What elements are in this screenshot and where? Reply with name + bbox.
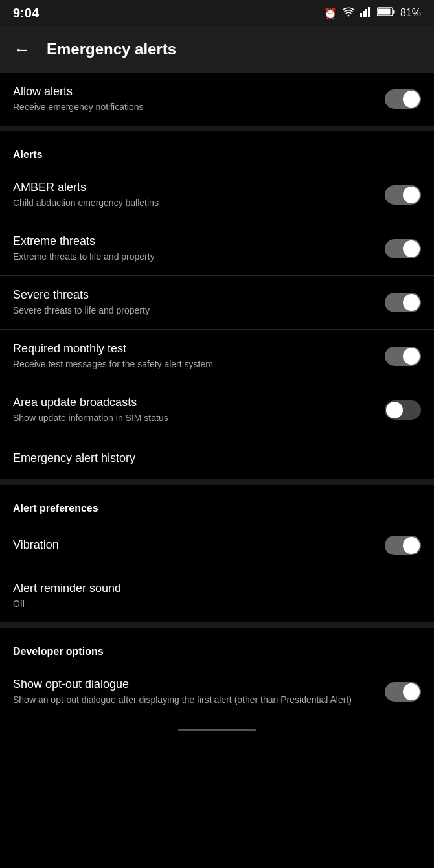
emergency-alert-history-title: Emergency alert history (13, 451, 135, 465)
required-monthly-test-title: Required monthly test (13, 341, 372, 356)
required-monthly-test-row[interactable]: Required monthly test Receive test messa… (0, 330, 434, 383)
status-time: 9:04 (13, 6, 39, 21)
extreme-threats-toggle[interactable] (385, 239, 421, 258)
area-update-broadcasts-title: Area update broadcasts (13, 395, 372, 410)
show-opt-out-dialogue-title: Show opt-out dialogue (13, 677, 372, 692)
area-update-broadcasts-subtitle: Show update information in SIM status (13, 412, 372, 425)
severe-threats-subtitle: Severe threats to life and property (13, 304, 372, 317)
show-opt-out-dialogue-text: Show opt-out dialogue Show an opt-out di… (13, 677, 385, 707)
nav-indicator (0, 718, 434, 737)
severe-threats-row[interactable]: Severe threats Severe threats to life an… (0, 276, 434, 329)
severe-threats-text: Severe threats Severe threats to life an… (13, 288, 385, 317)
signal-icon (360, 6, 372, 19)
amber-alerts-toggle[interactable] (385, 185, 421, 205)
svg-rect-6 (393, 10, 394, 14)
settings-content: Allow alerts Receive emergency notificat… (0, 73, 434, 737)
status-icons: ⏰ 81% (324, 6, 421, 19)
extreme-threats-toggle-thumb (403, 240, 420, 257)
svg-rect-7 (378, 9, 390, 15)
home-indicator (178, 729, 256, 731)
back-button[interactable]: ← (10, 38, 34, 61)
section-divider-2 (0, 479, 434, 485)
alert-preferences-section-header: Alert preferences (0, 485, 434, 522)
allow-alerts-text: Allow alerts Receive emergency notificat… (13, 84, 385, 114)
alerts-section-header: Alerts (0, 131, 434, 168)
battery-icon (377, 6, 395, 19)
alert-reminder-sound-subtitle: Off (13, 598, 408, 611)
svg-rect-2 (363, 11, 365, 17)
area-update-broadcasts-toggle-thumb (386, 402, 403, 418)
extreme-threats-text: Extreme threats Extreme threats to life … (13, 234, 385, 264)
vibration-toggle-thumb (403, 537, 420, 554)
app-bar: ← Emergency alerts (0, 26, 434, 73)
show-opt-out-dialogue-toggle[interactable] (385, 682, 421, 702)
wifi-icon (342, 6, 355, 19)
required-monthly-test-text: Required monthly test Receive test messa… (13, 341, 385, 371)
severe-threats-title: Severe threats (13, 288, 372, 303)
amber-alerts-title: AMBER alerts (13, 180, 372, 195)
battery-percentage: 81% (400, 7, 421, 19)
required-monthly-test-toggle[interactable] (385, 347, 421, 366)
amber-alerts-subtitle: Child abduction emergency bulletins (13, 197, 372, 210)
required-monthly-test-subtitle: Receive test messages for the safety ale… (13, 358, 372, 371)
allow-alerts-subtitle: Receive emergency notifications (13, 101, 372, 114)
svg-rect-3 (365, 9, 367, 17)
vibration-title: Vibration (13, 538, 372, 553)
show-opt-out-dialogue-row[interactable]: Show opt-out dialogue Show an opt-out di… (0, 665, 434, 718)
alarm-icon: ⏰ (324, 7, 337, 19)
svg-point-0 (347, 15, 349, 17)
vibration-toggle[interactable] (385, 536, 421, 555)
section-divider-3 (0, 622, 434, 628)
developer-options-section-header: Developer options (0, 628, 434, 665)
allow-alerts-row[interactable]: Allow alerts Receive emergency notificat… (0, 73, 434, 126)
section-divider-1 (0, 126, 434, 131)
area-update-broadcasts-row[interactable]: Area update broadcasts Show update infor… (0, 383, 434, 437)
severe-threats-toggle[interactable] (385, 293, 421, 312)
vibration-row[interactable]: Vibration (0, 522, 434, 569)
allow-alerts-toggle-thumb (403, 91, 420, 108)
alert-reminder-sound-title: Alert reminder sound (13, 581, 408, 596)
status-bar: 9:04 ⏰ (0, 0, 434, 26)
allow-alerts-title: Allow alerts (13, 84, 372, 99)
extreme-threats-subtitle: Extreme threats to life and property (13, 251, 372, 264)
allow-alerts-toggle[interactable] (385, 89, 421, 109)
amber-alerts-row[interactable]: AMBER alerts Child abduction emergency b… (0, 168, 434, 222)
emergency-alert-history-row[interactable]: Emergency alert history (0, 437, 434, 479)
area-update-broadcasts-text: Area update broadcasts Show update infor… (13, 395, 385, 425)
alert-reminder-sound-row[interactable]: Alert reminder sound Off (0, 569, 434, 622)
svg-rect-4 (368, 7, 370, 17)
show-opt-out-dialogue-subtitle: Show an opt-out dialogue after displayin… (13, 694, 372, 707)
back-arrow-icon: ← (14, 40, 30, 60)
vibration-text: Vibration (13, 538, 385, 553)
svg-rect-1 (360, 13, 362, 17)
area-update-broadcasts-toggle[interactable] (385, 400, 421, 420)
extreme-threats-title: Extreme threats (13, 234, 372, 249)
alert-reminder-sound-text: Alert reminder sound Off (13, 581, 421, 611)
show-opt-out-dialogue-toggle-thumb (403, 683, 420, 700)
required-monthly-test-toggle-thumb (403, 348, 420, 365)
severe-threats-toggle-thumb (403, 294, 420, 311)
amber-alerts-toggle-thumb (403, 187, 420, 203)
amber-alerts-text: AMBER alerts Child abduction emergency b… (13, 180, 385, 210)
page-title: Emergency alerts (47, 40, 176, 58)
extreme-threats-row[interactable]: Extreme threats Extreme threats to life … (0, 222, 434, 275)
